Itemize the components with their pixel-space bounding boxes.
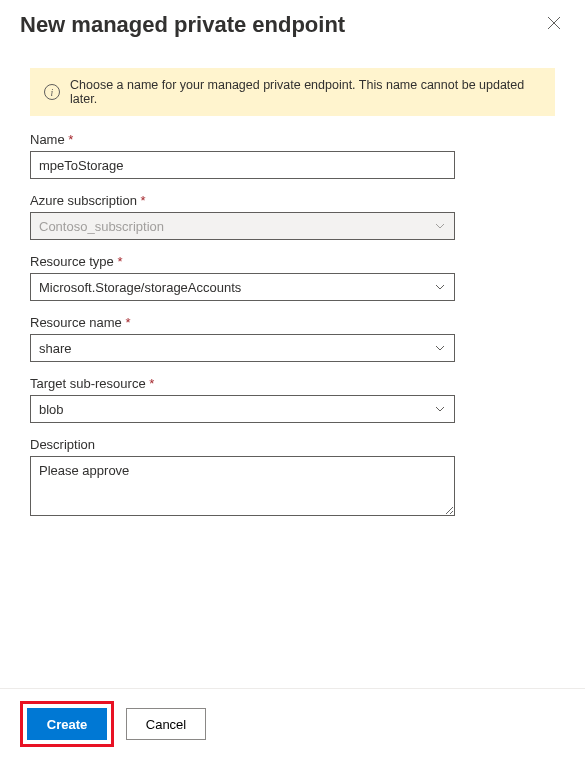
- field-resource-type: Resource type * Microsoft.Storage/storag…: [30, 254, 555, 301]
- chevron-down-icon: [434, 342, 446, 354]
- target-sub-resource-value: blob: [39, 402, 64, 417]
- chevron-down-icon: [434, 403, 446, 415]
- create-button[interactable]: Create: [27, 708, 107, 740]
- subscription-value: Contoso_subscription: [39, 219, 164, 234]
- subscription-label: Azure subscription *: [30, 193, 555, 208]
- info-icon: i: [44, 84, 60, 100]
- cancel-button[interactable]: Cancel: [126, 708, 206, 740]
- info-message-bar: i Choose a name for your managed private…: [30, 68, 555, 116]
- footer: Create Cancel: [0, 688, 585, 759]
- subscription-select[interactable]: Contoso_subscription: [30, 212, 455, 240]
- field-resource-name: Resource name * share: [30, 315, 555, 362]
- field-target-sub-resource: Target sub-resource * blob: [30, 376, 555, 423]
- resource-name-value: share: [39, 341, 72, 356]
- target-sub-resource-label: Target sub-resource *: [30, 376, 555, 391]
- close-icon[interactable]: [543, 12, 565, 37]
- required-indicator: *: [125, 315, 130, 330]
- field-description: Description: [30, 437, 555, 519]
- resource-type-label: Resource type *: [30, 254, 555, 269]
- info-text: Choose a name for your managed private e…: [70, 78, 541, 106]
- form: Name * Azure subscription * Contoso_subs…: [20, 132, 565, 519]
- resource-name-label: Resource name *: [30, 315, 555, 330]
- description-label: Description: [30, 437, 555, 452]
- required-indicator: *: [117, 254, 122, 269]
- name-input[interactable]: [30, 151, 455, 179]
- name-label: Name *: [30, 132, 555, 147]
- page-title: New managed private endpoint: [20, 12, 345, 38]
- resource-type-value: Microsoft.Storage/storageAccounts: [39, 280, 241, 295]
- field-name: Name *: [30, 132, 555, 179]
- highlight-annotation: Create: [20, 701, 114, 747]
- field-subscription: Azure subscription * Contoso_subscriptio…: [30, 193, 555, 240]
- description-textarea[interactable]: [30, 456, 455, 516]
- required-indicator: *: [141, 193, 146, 208]
- required-indicator: *: [149, 376, 154, 391]
- target-sub-resource-select[interactable]: blob: [30, 395, 455, 423]
- chevron-down-icon: [434, 220, 446, 232]
- chevron-down-icon: [434, 281, 446, 293]
- required-indicator: *: [68, 132, 73, 147]
- resource-name-select[interactable]: share: [30, 334, 455, 362]
- resource-type-select[interactable]: Microsoft.Storage/storageAccounts: [30, 273, 455, 301]
- panel-header: New managed private endpoint: [20, 12, 565, 38]
